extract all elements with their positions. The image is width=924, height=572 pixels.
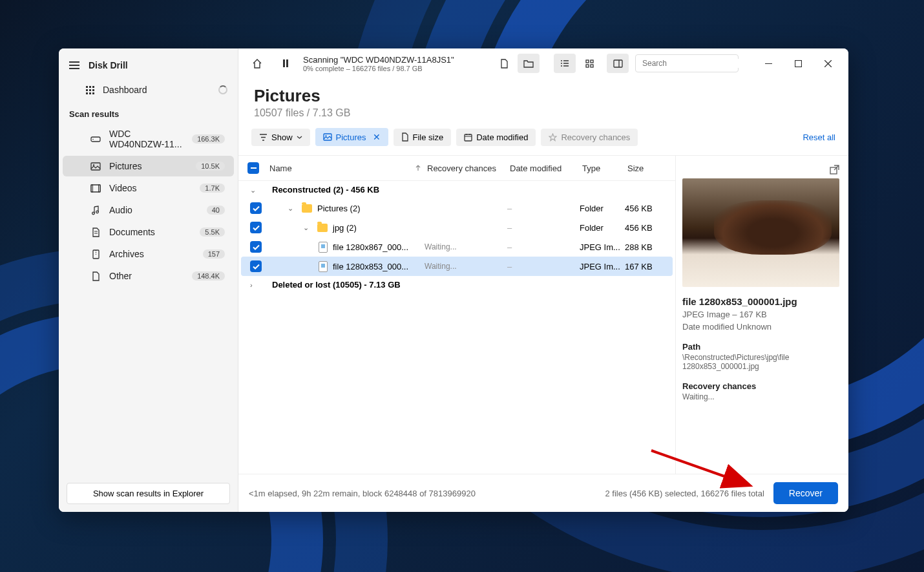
- group-row-reconstructed[interactable]: ⌄ Reconstructed (2) - 456 KB: [241, 181, 673, 198]
- svg-rect-0: [91, 137, 100, 142]
- sidebar-item-archives[interactable]: Archives 157: [63, 244, 234, 264]
- sidebar-item-label: Pictures: [109, 161, 188, 171]
- file-size-filter[interactable]: File size: [394, 129, 452, 146]
- date-modified-label: Date modified: [476, 132, 528, 142]
- search-input[interactable]: [642, 59, 739, 68]
- svg-rect-11: [286, 59, 288, 67]
- sidebar-item-badge: 10.5K: [196, 162, 225, 171]
- expand-icon[interactable]: ⌄: [288, 204, 297, 213]
- svg-rect-19: [614, 60, 622, 67]
- recovery-chances-label: Recovery chances: [561, 132, 630, 142]
- row-checkbox[interactable]: [250, 241, 262, 253]
- svg-point-7: [92, 212, 95, 215]
- table-row[interactable]: ⌄jpg (2) – Folder 456 KB: [241, 218, 673, 237]
- col-type[interactable]: Type: [582, 164, 627, 173]
- sidebar-item-badge: 148.4K: [192, 271, 225, 281]
- expand-icon[interactable]: ›: [250, 281, 253, 289]
- select-all-checkbox[interactable]: [247, 162, 259, 174]
- group-label: Reconstructed (2) - 456 KB: [272, 185, 664, 195]
- folder-icon: [302, 204, 312, 213]
- col-size[interactable]: Size: [627, 164, 666, 173]
- grid-view-button[interactable]: [578, 54, 600, 73]
- svg-rect-16: [591, 60, 593, 63]
- row-date: –: [507, 204, 580, 213]
- content-header: Pictures 10507 files / 7.13 GB: [238, 78, 848, 119]
- dashboard-link[interactable]: Dashboard: [59, 78, 238, 101]
- date-modified-filter[interactable]: Date modified: [456, 129, 536, 146]
- main-panel: Scanning "WDC WD40NDZW-11A8JS1" 0% compl…: [238, 48, 848, 512]
- show-filter[interactable]: Show: [251, 129, 310, 146]
- pause-button[interactable]: [275, 54, 297, 73]
- page-subtitle: 10507 files / 7.13 GB: [254, 107, 833, 119]
- folder-view-button[interactable]: [518, 54, 540, 73]
- preview-toggle-button[interactable]: [607, 54, 629, 73]
- image-file-icon: [319, 242, 328, 253]
- sort-up-icon[interactable]: [415, 165, 421, 171]
- dashboard-label: Dashboard: [103, 85, 209, 95]
- table-header: Name Recovery chances Date modified Type…: [238, 156, 675, 181]
- row-name: file 1280x867_000...: [333, 242, 408, 252]
- table-row[interactable]: file 1280x853_000... Waiting... – JPEG I…: [241, 257, 673, 276]
- svg-rect-10: [283, 59, 285, 67]
- path-label: Path: [682, 342, 839, 352]
- row-date: –: [507, 223, 580, 233]
- svg-rect-21: [765, 63, 772, 64]
- maximize-button[interactable]: [785, 54, 811, 72]
- hamburger-icon[interactable]: [69, 61, 79, 69]
- filter-bar: Show Pictures ✕ File size Date modified …: [238, 119, 848, 156]
- file-view-button[interactable]: [493, 54, 515, 73]
- selection-summary: 2 files (456 KB) selected, 166276 files …: [605, 489, 764, 498]
- expand-icon[interactable]: ⌄: [250, 186, 256, 194]
- svg-rect-17: [586, 65, 589, 67]
- show-in-explorer-button[interactable]: Show scan results in Explorer: [67, 483, 230, 504]
- pictures-filter-chip[interactable]: Pictures ✕: [315, 128, 388, 146]
- titlebar: Scanning "WDC WD40NDZW-11A8JS1" 0% compl…: [238, 48, 848, 78]
- scan-title: Scanning "WDC WD40NDZW-11A8JS1": [303, 55, 454, 65]
- row-checkbox[interactable]: [250, 260, 262, 272]
- minimize-button[interactable]: [755, 54, 781, 72]
- sidebar-item-documents[interactable]: Documents 5.5K: [63, 222, 234, 242]
- recovery-chances-filter[interactable]: Recovery chances: [541, 129, 638, 146]
- row-type: Folder: [580, 204, 625, 213]
- sidebar-item-badge: 166.3K: [192, 134, 225, 143]
- col-name[interactable]: Name: [269, 164, 292, 173]
- scan-status: Scanning "WDC WD40NDZW-11A8JS1" 0% compl…: [303, 55, 454, 72]
- table-row[interactable]: ⌄Pictures (2) – Folder 456 KB: [241, 198, 673, 218]
- row-recovery: Waiting...: [425, 242, 507, 251]
- table-row[interactable]: file 1280x867_000... Waiting... – JPEG I…: [241, 237, 673, 257]
- audio-icon: [90, 206, 101, 215]
- scan-subtitle: 0% complete – 166276 files / 98.7 GB: [303, 65, 454, 72]
- sidebar-item-audio[interactable]: Audio 40: [63, 200, 234, 220]
- recover-button[interactable]: Recover: [773, 482, 838, 504]
- chevron-down-icon: [297, 136, 302, 139]
- dashboard-icon: [86, 86, 94, 94]
- search-box[interactable]: [635, 54, 739, 72]
- col-recovery[interactable]: Recovery chances: [427, 164, 510, 173]
- svg-point-8: [96, 211, 99, 213]
- row-name: Pictures (2): [317, 204, 360, 213]
- home-button[interactable]: [246, 54, 268, 73]
- row-checkbox[interactable]: [250, 222, 262, 233]
- row-type: JPEG Im...: [580, 242, 625, 252]
- close-button[interactable]: [815, 54, 841, 72]
- remove-filter-icon[interactable]: ✕: [373, 132, 381, 142]
- row-date: –: [507, 242, 580, 252]
- col-date[interactable]: Date modified: [510, 164, 582, 173]
- reset-all-link[interactable]: Reset all: [803, 132, 835, 142]
- star-icon: [549, 133, 557, 142]
- path-value: \Reconstructed\Pictures\jpg\file 1280x85…: [682, 353, 839, 371]
- row-checkbox[interactable]: [250, 202, 262, 214]
- sidebar-item-other[interactable]: Other 148.4K: [63, 266, 234, 286]
- sidebar-item-videos[interactable]: Videos 1.7K: [63, 178, 234, 198]
- row-size: 456 KB: [625, 223, 664, 233]
- expand-icon[interactable]: ⌄: [303, 224, 312, 232]
- scan-progress-text: <1m elapsed, 9h 22m remain, block 624844…: [249, 489, 476, 498]
- group-row-deleted[interactable]: › Deleted or lost (10505) - 7.13 GB: [241, 276, 673, 293]
- list-view-button[interactable]: [554, 54, 576, 73]
- svg-rect-2: [91, 163, 100, 170]
- popout-icon[interactable]: [830, 165, 839, 175]
- row-name: jpg (2): [333, 223, 357, 233]
- sidebar-item-pictures[interactable]: Pictures 10.5K: [63, 156, 234, 176]
- sidebar-item-badge: 40: [207, 206, 225, 215]
- sidebar-item-disk[interactable]: WDC WD40NDZW-11... 166.3K: [63, 123, 234, 154]
